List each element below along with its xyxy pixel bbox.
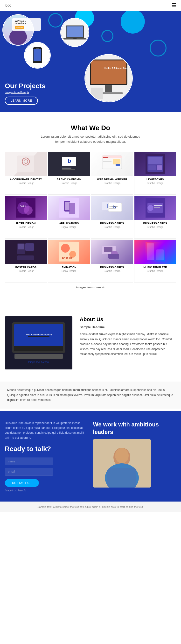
- svg-rect-25: [103, 157, 108, 158]
- grid-item-brand[interactable]: b BRAND CAMPAIGN Graphic Design: [48, 152, 90, 194]
- grid-img-biz2: [134, 196, 176, 220]
- grid-item-web[interactable]: WEB DESIGN WEBSITE Graphic Design: [91, 152, 133, 194]
- grid-img-lightbox: [134, 152, 176, 176]
- svg-rect-69: [147, 244, 154, 260]
- quote-text: Mauris pellentesque pulvinar pellentesqu…: [7, 388, 174, 402]
- grid-img-poster: [5, 240, 47, 264]
- svg-rect-28: [113, 159, 120, 164]
- learn-more-button[interactable]: LEARN MORE: [5, 96, 38, 105]
- name-input[interactable]: [5, 458, 53, 465]
- about-text: About Us Sample Headline Article evident…: [80, 316, 176, 356]
- grid-item-flyer[interactable]: Ranje FLYER DESIGN Graphic Design: [5, 196, 47, 238]
- ready-img-caption: Image from Freepik: [5, 489, 88, 492]
- svg-rect-14: [91, 88, 103, 100]
- grid-text-app: APPLICATIONS Digital Design: [48, 220, 90, 238]
- screen-display: Learn Instagram photography: [14, 324, 63, 346]
- grid-item-biz1[interactable]: b b John Smith BUSINESS CARDS Graphic De…: [91, 196, 133, 238]
- grid-item-corporate[interactable]: A CORPORATE IDENTITY Graphic Design: [5, 152, 47, 194]
- svg-rect-59: [18, 256, 34, 260]
- svg-rect-27: [103, 161, 112, 162]
- svg-rect-41: [65, 202, 70, 210]
- svg-text:OUT OF DIM: OUT OF DIM: [62, 257, 72, 259]
- svg-rect-67: [108, 254, 119, 258]
- hamburger-menu[interactable]: ☰: [172, 2, 176, 8]
- what-we-do-description: Lorem ipsum dolor sit amet, consectetur …: [40, 134, 141, 144]
- person-photo: [93, 439, 151, 488]
- svg-rect-10: [91, 60, 126, 84]
- svg-rect-58: [25, 244, 34, 251]
- grid-item-anim[interactable]: OUT OF DIM ANIMATION Digital Design: [48, 240, 90, 282]
- hero-phone-circle: [24, 42, 51, 68]
- about-headline: Sample Headline: [80, 324, 176, 330]
- grid-text-flyer: FLYER DESIGN Graphic Design: [5, 220, 47, 238]
- grid-text-corporate: A CORPORATE IDENTITY Graphic Design: [5, 176, 47, 194]
- grid-img-biz3: [91, 240, 133, 264]
- svg-point-1: [10, 29, 27, 45]
- logo: logo: [5, 4, 11, 7]
- svg-rect-70: [156, 250, 164, 260]
- hero-deco-circle-1: [48, 13, 63, 28]
- svg-point-62: [69, 251, 76, 258]
- svg-point-37: [24, 206, 32, 215]
- grid-text-music: MUSIC TEMPLATE Graphic Design: [134, 264, 176, 282]
- svg-rect-65: [104, 247, 112, 252]
- grid-img-web: [91, 152, 133, 176]
- quote-section: Mauris pellentesque pulvinar pellentesqu…: [0, 382, 181, 408]
- screen-mockup: Learn Instagram photography: [12, 322, 65, 353]
- grid-item-biz2[interactable]: BUSINESS CARDS Graphic Design: [134, 196, 176, 238]
- hero-projects: Our Projects Images from Freepik LEARN M…: [5, 82, 45, 105]
- ready-right-title: We work with ambitious leaders: [93, 421, 176, 436]
- svg-text:John Smith: John Smith: [109, 206, 118, 207]
- grid-item-app[interactable]: APPLICATIONS Digital Design: [48, 196, 90, 238]
- grid-img-app: [48, 196, 90, 220]
- keyboard: [14, 354, 63, 359]
- grid-img-corporate: [5, 152, 47, 176]
- grid-freepik-note: Images from Freepik: [40, 282, 141, 292]
- hero-bubble-card: We're a g... consultanc... Find Out: [12, 18, 41, 31]
- svg-rect-75: [108, 468, 136, 488]
- grid-text-brand: BRAND CAMPAIGN Graphic Design: [48, 176, 90, 194]
- hero-deco-circle-5: [150, 40, 166, 56]
- footer: Sample text. Click to select the text bo…: [0, 502, 181, 512]
- ready-section: Duis aute irure dolor in reprehenderit i…: [0, 411, 181, 502]
- svg-rect-21: [62, 168, 72, 168]
- ready-left: Duis aute irure dolor in reprehenderit i…: [5, 421, 88, 492]
- header: logo ☰: [0, 0, 181, 10]
- svg-rect-42: [69, 203, 75, 214]
- svg-rect-54: [154, 209, 161, 209]
- svg-point-8: [73, 38, 77, 39]
- grid-item-lightbox[interactable]: LIGHTBOXES Graphic Design: [134, 152, 176, 194]
- about-img-caption: Image from Freepik: [28, 361, 49, 364]
- hero-deco-circle-4: [121, 10, 145, 34]
- hero-monitor-circle: Health & Fitness Club: [84, 54, 133, 102]
- svg-rect-29: [116, 164, 120, 166]
- what-we-do-title: What We Do: [5, 124, 176, 132]
- hero-deco-circle-3: [101, 30, 114, 42]
- hero-section: Health & Fitness Club We're a g... consu…: [0, 10, 181, 112]
- grid-item-poster[interactable]: POSTER CARDS Graphic Design: [5, 240, 47, 282]
- hero-freepik: Images from Freepik: [5, 91, 45, 94]
- hero-title: Our Projects: [5, 82, 45, 90]
- contact-button[interactable]: CONTACT US: [5, 479, 39, 487]
- hero-laptop-circle: [60, 18, 89, 47]
- svg-text:Health & Fitness Club: Health & Fitness Club: [104, 67, 128, 69]
- svg-rect-53: [154, 207, 160, 208]
- ready-title: Ready to talk?: [5, 445, 88, 453]
- email-input[interactable]: [5, 468, 53, 476]
- grid-img-biz1: b b John Smith: [91, 196, 133, 220]
- svg-rect-33: [148, 166, 156, 170]
- grid-item-biz3[interactable]: BUSINESS CARDS Graphic Design: [91, 240, 133, 282]
- svg-rect-12: [105, 85, 112, 92]
- svg-point-61: [61, 244, 70, 252]
- svg-rect-57: [18, 244, 24, 250]
- svg-point-51: [148, 205, 153, 211]
- svg-rect-52: [154, 205, 162, 206]
- svg-text:Ranje: Ranje: [20, 205, 26, 207]
- screen-base: [14, 346, 63, 351]
- svg-rect-3: [34, 49, 41, 61]
- grid-text-biz2: BUSINESS CARDS Graphic Design: [134, 220, 176, 238]
- grid-text-web: WEB DESIGN WEBSITE Graphic Design: [91, 176, 133, 194]
- ready-intro: Duis aute irure dolor in reprehenderit i…: [5, 421, 88, 440]
- grid-item-music[interactable]: MUSIC TEMPLATE Graphic Design: [134, 240, 176, 282]
- about-section: Learn Instagram photography Image from F…: [0, 307, 181, 379]
